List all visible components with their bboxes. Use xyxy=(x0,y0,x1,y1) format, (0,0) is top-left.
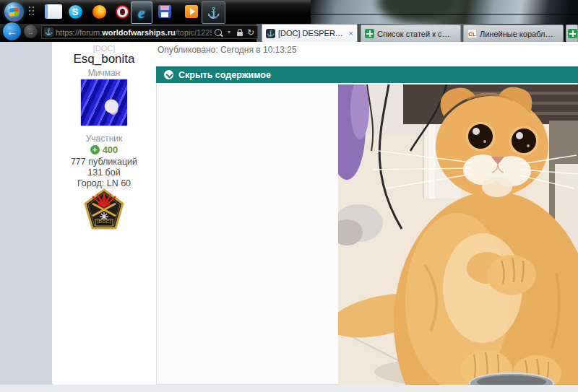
address-bar[interactable]: ⚓ https://forum.worldofwarships.ru/topic… xyxy=(41,25,258,39)
back-button[interactable]: ← xyxy=(3,22,21,40)
media-player-icon[interactable] xyxy=(184,4,199,19)
author-city: Город: LN 60 xyxy=(52,178,156,188)
forum-page: [DOC] Esq_bonita Мичман Участник + 400 7… xyxy=(0,42,578,392)
cat-photo xyxy=(338,84,578,385)
green-cross-favicon-icon xyxy=(365,29,374,38)
author-posts-count: 777 публикаций xyxy=(52,157,156,167)
search-icon[interactable] xyxy=(214,27,223,37)
author-battles-count: 131 бой xyxy=(52,167,156,178)
start-button[interactable] xyxy=(4,2,24,22)
author-member-group: Участник xyxy=(52,134,156,144)
page-bottom-strip xyxy=(0,385,578,392)
wallpaper-tree xyxy=(374,0,461,24)
site-favicon-anchor-icon: ⚓ xyxy=(44,27,53,37)
clan-badge xyxy=(83,188,125,230)
tab-doc-desperate[interactable]: ⚓ [DOC] DESPERATE OLD C... × xyxy=(262,24,358,42)
spoiler-toggle[interactable]: Скрыть содержимое xyxy=(156,66,578,83)
reputation-plus-icon: + xyxy=(90,145,100,154)
cl-favicon-icon: CL xyxy=(467,29,477,38)
taskbar-separator xyxy=(29,6,35,17)
reputation-row: + 400 xyxy=(52,144,156,155)
lock-icon xyxy=(236,27,244,37)
taskbar: S e ⚓ xyxy=(0,0,578,24)
green-cross-favicon-icon xyxy=(568,29,577,38)
tab-favicon-anchor-icon: ⚓ xyxy=(266,29,275,38)
tab-spisok-statey[interactable]: Список статей к созданию - ... xyxy=(361,25,461,42)
internet-explorer-icon[interactable]: e xyxy=(131,1,152,24)
author-username[interactable]: Esq_bonita xyxy=(52,52,156,66)
author-rank: Мичман xyxy=(52,68,156,78)
forward-button[interactable]: → xyxy=(24,25,38,38)
firefox-icon[interactable] xyxy=(92,4,106,19)
avatar[interactable] xyxy=(81,79,127,126)
skype-icon[interactable]: S xyxy=(68,4,82,19)
notepad-icon[interactable] xyxy=(45,4,62,19)
floppy-app-icon[interactable] xyxy=(158,4,172,19)
tab-lineynye-korabli[interactable]: CL Линейные корабли типа "Ки... xyxy=(463,25,564,42)
refresh-icon[interactable]: ↻ xyxy=(246,27,255,37)
reputation-value: 400 xyxy=(103,144,118,155)
world-of-warships-icon[interactable]: ⚓ xyxy=(202,1,225,24)
spoiler-toggle-label: Скрыть содержимое xyxy=(178,70,271,80)
windows-logo-icon xyxy=(9,7,19,16)
opera-icon[interactable] xyxy=(115,4,129,19)
chevron-down-icon[interactable]: ▾ xyxy=(225,27,233,37)
close-tab-icon[interactable]: × xyxy=(349,29,353,38)
post-published-timestamp: Опубликовано: Сегодня в 10:13:25 xyxy=(158,45,297,55)
desktop-wallpaper xyxy=(311,0,578,24)
clan-badge-label: [DOC] xyxy=(83,219,125,224)
url-text: https://forum.worldofwarships.ru/topic/1… xyxy=(56,28,212,37)
cat-illustration xyxy=(338,84,578,385)
chevron-down-circle-icon xyxy=(164,70,173,79)
tab-partial[interactable]: В xyxy=(566,25,578,42)
